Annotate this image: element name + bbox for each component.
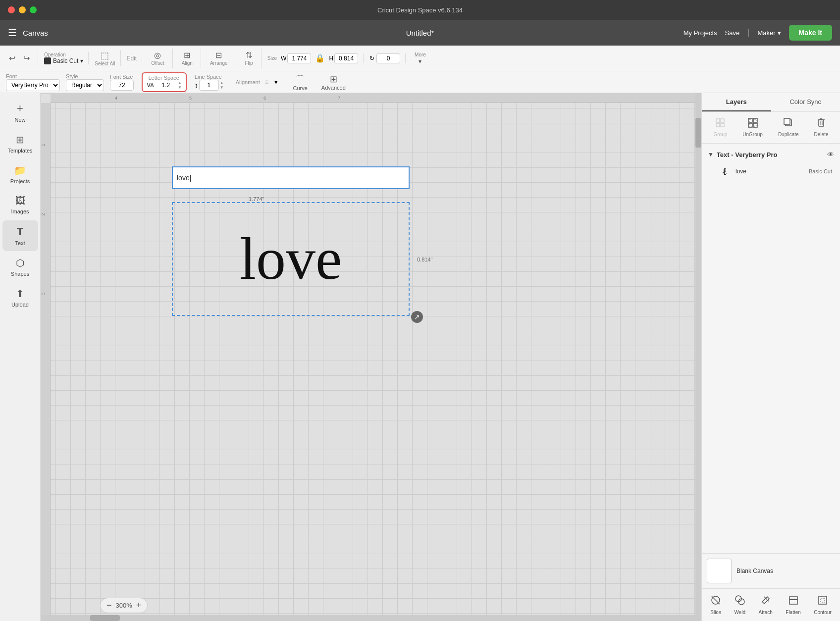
project-title: Untitled* (406, 29, 434, 37)
undo-redo-group: ↩ ↪ (6, 52, 38, 65)
advanced-icon: ⊞ (330, 74, 337, 85)
upload-icon: ⬆ (16, 288, 24, 300)
scrollbar-thumb-v[interactable] (695, 118, 701, 148)
sidebar-item-new[interactable]: + New (2, 97, 38, 128)
weld-button[interactable]: Weld (732, 593, 749, 617)
eye-icon[interactable]: 👁 (827, 151, 834, 158)
width-input[interactable] (287, 53, 311, 63)
contour-button[interactable]: Contour (811, 593, 835, 617)
panel-actions: Group UnGroup Duplicate Delete (702, 112, 840, 144)
svg-rect-3 (721, 123, 724, 127)
blank-canvas-thumbnail (707, 559, 732, 583)
rotate-input[interactable] (376, 53, 400, 63)
align-left-button[interactable]: ≡ (263, 77, 271, 87)
zoom-out-button[interactable]: − (106, 600, 112, 611)
sidebar-item-text[interactable]: T Text (2, 220, 38, 251)
offset-button[interactable]: ◎ Offset (148, 49, 167, 68)
align-button[interactable]: ⊞ Align (179, 49, 196, 68)
svg-rect-0 (716, 119, 720, 122)
horizontal-scrollbar[interactable] (41, 615, 701, 621)
height-dimension-label: 0.814" (417, 257, 432, 262)
advanced-group[interactable]: ⊞ Advanced (321, 74, 346, 91)
style-selector[interactable]: Regular (66, 79, 104, 91)
redo-button[interactable]: ↪ (20, 52, 33, 65)
svg-rect-8 (749, 119, 756, 126)
sidebar-item-shapes[interactable]: ⬡ Shapes (2, 252, 38, 282)
delete-button[interactable]: Delete (810, 116, 833, 139)
sidebar-item-label: Upload (11, 302, 29, 308)
sidebar-item-upload[interactable]: ⬆ Upload (2, 283, 38, 312)
menu-icon[interactable]: ☰ (8, 27, 17, 39)
font-size-input[interactable] (110, 80, 134, 91)
offset-group: ◎ Offset (148, 49, 173, 68)
plus-icon: + (17, 102, 23, 115)
duplicate-button[interactable]: Duplicate (774, 116, 803, 139)
svg-rect-10 (784, 118, 790, 124)
rendered-text[interactable]: love (172, 202, 410, 316)
group-button[interactable]: Group (710, 116, 732, 139)
zoom-in-button[interactable]: + (136, 600, 142, 611)
flatten-label: Flatten (786, 610, 801, 615)
arrange-button[interactable]: ⊟ Arrange (207, 49, 231, 68)
chevron-down-icon: ▾ (80, 57, 83, 64)
sidebar-item-images[interactable]: 🖼 Images (2, 190, 38, 219)
divider: | (747, 28, 749, 37)
vertical-scrollbar[interactable] (695, 93, 701, 615)
attach-button[interactable]: Attach (756, 593, 776, 617)
sidebar-item-label: Templates (7, 148, 32, 154)
alignment-chevron[interactable]: ▾ (272, 77, 280, 87)
operation-selector[interactable]: Operation Basic Cut ▾ (44, 52, 83, 64)
text-cursor (190, 174, 192, 182)
blank-canvas-label: Blank Canvas (736, 568, 773, 574)
close-button[interactable] (8, 6, 15, 13)
style-group: Style Regular (66, 73, 104, 91)
minimize-button[interactable] (19, 6, 26, 13)
contour-label: Contour (814, 610, 832, 615)
maximize-button[interactable] (30, 6, 37, 13)
maker-selector[interactable]: Maker ▾ (757, 29, 781, 37)
sidebar-item-projects[interactable]: 📁 Projects (2, 159, 38, 189)
my-projects-button[interactable]: My Projects (683, 29, 717, 37)
canvas-area[interactable]: 4 5 6 7 1 2 3 love 1.774" love 0.814" ↗ … (41, 93, 701, 621)
top-right-actions: My Projects Save | Maker ▾ Make It (683, 25, 832, 41)
layer-thumbnail: ℓ (718, 164, 732, 178)
undo-button[interactable]: ↩ (6, 52, 18, 65)
svg-rect-22 (789, 597, 797, 599)
sidebar-item-label: Projects (10, 178, 30, 184)
sidebar-item-label: Images (11, 208, 29, 214)
svg-rect-2 (716, 123, 720, 127)
select-all-button[interactable]: ⬚ Select All (95, 50, 115, 66)
line-space-spinner[interactable]: ▲ ▼ (220, 81, 224, 90)
bottom-tools: Slice Weld Attach Flatten (702, 588, 840, 621)
ungroup-button[interactable]: UnGroup (738, 116, 767, 139)
operation-color-box (44, 57, 51, 64)
rotate-icon: ↻ (369, 55, 374, 62)
flatten-button[interactable]: Flatten (783, 593, 804, 617)
main-toolbar: ↩ ↪ Operation Basic Cut ▾ ⬚ Select All E… (0, 46, 840, 71)
layer-item[interactable]: ℓ love Basic Cut (706, 161, 836, 181)
scrollbar-thumb-h[interactable] (90, 615, 120, 621)
sidebar-item-templates[interactable]: ⊞ Templates (2, 129, 38, 158)
font-size-group: Font Size (110, 74, 134, 91)
height-input[interactable] (334, 53, 358, 63)
svg-rect-21 (789, 600, 797, 604)
letter-space-input[interactable] (156, 82, 176, 89)
flip-button[interactable]: ⇅ Flip (242, 49, 256, 68)
letter-space-spinner[interactable]: ▲ ▼ (178, 81, 182, 90)
slice-button[interactable]: Slice (707, 593, 724, 617)
letter-space-group: Letter Space VA ▲ ▼ (142, 72, 186, 92)
layer-group-header[interactable]: ▼ Text - Veryberry Pro 👁 (706, 148, 836, 161)
make-it-button[interactable]: Make It (789, 25, 832, 41)
text-edit-box[interactable]: love (172, 166, 410, 189)
resize-handle[interactable]: ↗ (411, 311, 423, 323)
font-selector[interactable]: VeryBerry Pro (6, 79, 60, 91)
line-space-group: Line Space ↕ ▲ ▼ (195, 74, 224, 91)
line-space-input[interactable] (199, 80, 219, 91)
tab-color-sync[interactable]: Color Sync (771, 93, 840, 111)
save-button[interactable]: Save (725, 29, 740, 37)
templates-icon: ⊞ (16, 134, 24, 146)
resize-icon: ↗ (414, 313, 420, 321)
curve-group[interactable]: ⌒ Curve (293, 73, 307, 91)
more-button[interactable]: More ▾ (412, 50, 429, 67)
tab-layers[interactable]: Layers (702, 93, 771, 111)
